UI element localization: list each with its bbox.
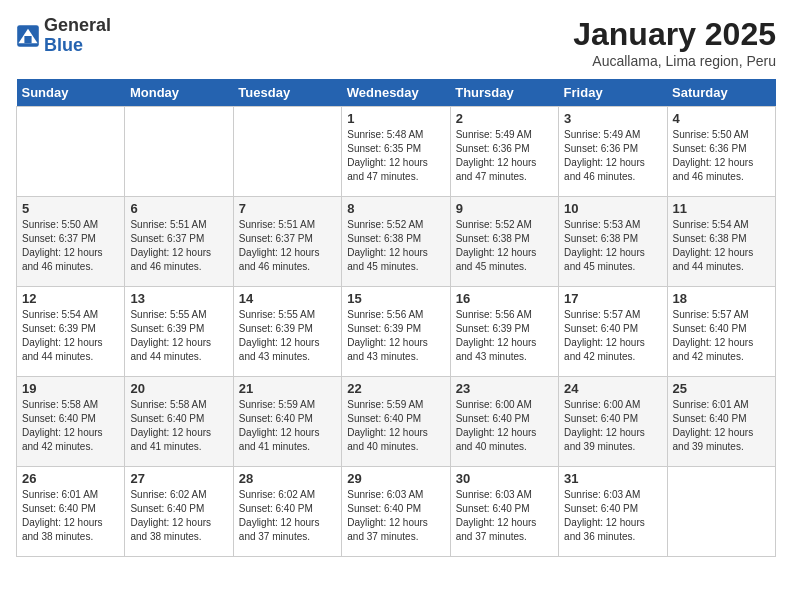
calendar-cell: 11Sunrise: 5:54 AM Sunset: 6:38 PM Dayli… [667, 197, 775, 287]
day-number: 27 [130, 471, 227, 486]
calendar-cell: 21Sunrise: 5:59 AM Sunset: 6:40 PM Dayli… [233, 377, 341, 467]
day-info: Sunrise: 6:01 AM Sunset: 6:40 PM Dayligh… [673, 398, 770, 454]
day-info: Sunrise: 6:01 AM Sunset: 6:40 PM Dayligh… [22, 488, 119, 544]
weekday-header: Saturday [667, 79, 775, 107]
day-info: Sunrise: 5:59 AM Sunset: 6:40 PM Dayligh… [347, 398, 444, 454]
weekday-header: Tuesday [233, 79, 341, 107]
calendar-cell: 16Sunrise: 5:56 AM Sunset: 6:39 PM Dayli… [450, 287, 558, 377]
day-number: 13 [130, 291, 227, 306]
day-info: Sunrise: 6:03 AM Sunset: 6:40 PM Dayligh… [456, 488, 553, 544]
calendar-cell: 4Sunrise: 5:50 AM Sunset: 6:36 PM Daylig… [667, 107, 775, 197]
calendar-week-row: 12Sunrise: 5:54 AM Sunset: 6:39 PM Dayli… [17, 287, 776, 377]
day-info: Sunrise: 6:02 AM Sunset: 6:40 PM Dayligh… [130, 488, 227, 544]
calendar-cell [667, 467, 775, 557]
day-info: Sunrise: 6:00 AM Sunset: 6:40 PM Dayligh… [564, 398, 661, 454]
weekday-header: Monday [125, 79, 233, 107]
day-info: Sunrise: 5:48 AM Sunset: 6:35 PM Dayligh… [347, 128, 444, 184]
weekday-header-row: SundayMondayTuesdayWednesdayThursdayFrid… [17, 79, 776, 107]
calendar-cell: 14Sunrise: 5:55 AM Sunset: 6:39 PM Dayli… [233, 287, 341, 377]
calendar-cell: 19Sunrise: 5:58 AM Sunset: 6:40 PM Dayli… [17, 377, 125, 467]
logo: General Blue [16, 16, 111, 56]
calendar-table: SundayMondayTuesdayWednesdayThursdayFrid… [16, 79, 776, 557]
day-info: Sunrise: 5:49 AM Sunset: 6:36 PM Dayligh… [456, 128, 553, 184]
day-number: 5 [22, 201, 119, 216]
calendar-cell: 26Sunrise: 6:01 AM Sunset: 6:40 PM Dayli… [17, 467, 125, 557]
day-number: 16 [456, 291, 553, 306]
day-info: Sunrise: 5:56 AM Sunset: 6:39 PM Dayligh… [456, 308, 553, 364]
day-number: 25 [673, 381, 770, 396]
day-number: 26 [22, 471, 119, 486]
day-number: 20 [130, 381, 227, 396]
day-info: Sunrise: 5:51 AM Sunset: 6:37 PM Dayligh… [130, 218, 227, 274]
weekday-header: Thursday [450, 79, 558, 107]
calendar-cell: 15Sunrise: 5:56 AM Sunset: 6:39 PM Dayli… [342, 287, 450, 377]
calendar-cell: 24Sunrise: 6:00 AM Sunset: 6:40 PM Dayli… [559, 377, 667, 467]
calendar-cell: 18Sunrise: 5:57 AM Sunset: 6:40 PM Dayli… [667, 287, 775, 377]
calendar-cell: 2Sunrise: 5:49 AM Sunset: 6:36 PM Daylig… [450, 107, 558, 197]
weekday-header: Friday [559, 79, 667, 107]
day-number: 2 [456, 111, 553, 126]
title-block: January 2025 Aucallama, Lima region, Per… [573, 16, 776, 69]
day-number: 24 [564, 381, 661, 396]
calendar-cell: 29Sunrise: 6:03 AM Sunset: 6:40 PM Dayli… [342, 467, 450, 557]
day-info: Sunrise: 5:50 AM Sunset: 6:37 PM Dayligh… [22, 218, 119, 274]
page-header: General Blue January 2025 Aucallama, Lim… [16, 16, 776, 69]
day-number: 1 [347, 111, 444, 126]
calendar-week-row: 1Sunrise: 5:48 AM Sunset: 6:35 PM Daylig… [17, 107, 776, 197]
day-number: 6 [130, 201, 227, 216]
weekday-header: Wednesday [342, 79, 450, 107]
calendar-cell [233, 107, 341, 197]
calendar-cell: 31Sunrise: 6:03 AM Sunset: 6:40 PM Dayli… [559, 467, 667, 557]
day-info: Sunrise: 6:03 AM Sunset: 6:40 PM Dayligh… [564, 488, 661, 544]
day-info: Sunrise: 6:02 AM Sunset: 6:40 PM Dayligh… [239, 488, 336, 544]
calendar-title: January 2025 [573, 16, 776, 53]
day-number: 17 [564, 291, 661, 306]
day-number: 28 [239, 471, 336, 486]
calendar-cell: 30Sunrise: 6:03 AM Sunset: 6:40 PM Dayli… [450, 467, 558, 557]
day-info: Sunrise: 5:57 AM Sunset: 6:40 PM Dayligh… [564, 308, 661, 364]
calendar-cell: 6Sunrise: 5:51 AM Sunset: 6:37 PM Daylig… [125, 197, 233, 287]
day-info: Sunrise: 5:49 AM Sunset: 6:36 PM Dayligh… [564, 128, 661, 184]
day-info: Sunrise: 5:59 AM Sunset: 6:40 PM Dayligh… [239, 398, 336, 454]
logo-text: General Blue [44, 16, 111, 56]
calendar-cell: 23Sunrise: 6:00 AM Sunset: 6:40 PM Dayli… [450, 377, 558, 467]
calendar-cell: 12Sunrise: 5:54 AM Sunset: 6:39 PM Dayli… [17, 287, 125, 377]
calendar-subtitle: Aucallama, Lima region, Peru [573, 53, 776, 69]
calendar-week-row: 19Sunrise: 5:58 AM Sunset: 6:40 PM Dayli… [17, 377, 776, 467]
day-number: 18 [673, 291, 770, 306]
day-info: Sunrise: 5:53 AM Sunset: 6:38 PM Dayligh… [564, 218, 661, 274]
calendar-cell: 27Sunrise: 6:02 AM Sunset: 6:40 PM Dayli… [125, 467, 233, 557]
day-number: 4 [673, 111, 770, 126]
calendar-cell [125, 107, 233, 197]
day-info: Sunrise: 5:54 AM Sunset: 6:39 PM Dayligh… [22, 308, 119, 364]
day-info: Sunrise: 6:00 AM Sunset: 6:40 PM Dayligh… [456, 398, 553, 454]
calendar-cell: 1Sunrise: 5:48 AM Sunset: 6:35 PM Daylig… [342, 107, 450, 197]
calendar-cell: 28Sunrise: 6:02 AM Sunset: 6:40 PM Dayli… [233, 467, 341, 557]
day-info: Sunrise: 5:54 AM Sunset: 6:38 PM Dayligh… [673, 218, 770, 274]
day-info: Sunrise: 5:55 AM Sunset: 6:39 PM Dayligh… [130, 308, 227, 364]
day-number: 7 [239, 201, 336, 216]
calendar-cell [17, 107, 125, 197]
day-number: 8 [347, 201, 444, 216]
day-number: 31 [564, 471, 661, 486]
calendar-cell: 8Sunrise: 5:52 AM Sunset: 6:38 PM Daylig… [342, 197, 450, 287]
calendar-cell: 7Sunrise: 5:51 AM Sunset: 6:37 PM Daylig… [233, 197, 341, 287]
calendar-week-row: 5Sunrise: 5:50 AM Sunset: 6:37 PM Daylig… [17, 197, 776, 287]
day-number: 11 [673, 201, 770, 216]
calendar-cell: 13Sunrise: 5:55 AM Sunset: 6:39 PM Dayli… [125, 287, 233, 377]
calendar-cell: 17Sunrise: 5:57 AM Sunset: 6:40 PM Dayli… [559, 287, 667, 377]
day-number: 12 [22, 291, 119, 306]
logo-general: General [44, 15, 111, 35]
day-info: Sunrise: 5:52 AM Sunset: 6:38 PM Dayligh… [456, 218, 553, 274]
day-number: 29 [347, 471, 444, 486]
day-number: 30 [456, 471, 553, 486]
day-info: Sunrise: 5:50 AM Sunset: 6:36 PM Dayligh… [673, 128, 770, 184]
calendar-cell: 3Sunrise: 5:49 AM Sunset: 6:36 PM Daylig… [559, 107, 667, 197]
day-info: Sunrise: 5:55 AM Sunset: 6:39 PM Dayligh… [239, 308, 336, 364]
calendar-cell: 10Sunrise: 5:53 AM Sunset: 6:38 PM Dayli… [559, 197, 667, 287]
day-info: Sunrise: 5:51 AM Sunset: 6:37 PM Dayligh… [239, 218, 336, 274]
svg-rect-2 [24, 36, 31, 43]
calendar-cell: 22Sunrise: 5:59 AM Sunset: 6:40 PM Dayli… [342, 377, 450, 467]
calendar-cell: 5Sunrise: 5:50 AM Sunset: 6:37 PM Daylig… [17, 197, 125, 287]
day-number: 19 [22, 381, 119, 396]
